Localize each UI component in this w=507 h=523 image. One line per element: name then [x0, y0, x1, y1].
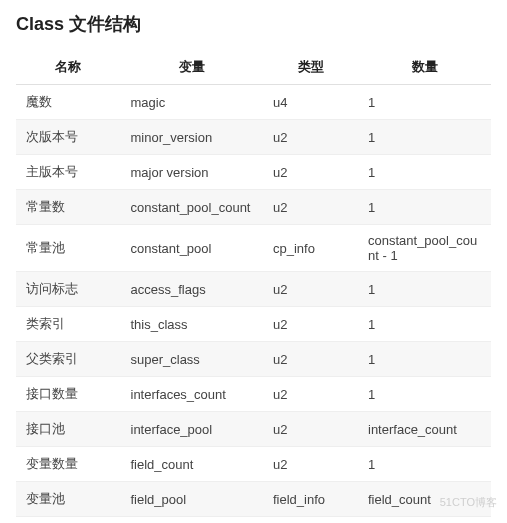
cell-type: u2 — [263, 447, 358, 482]
table-row: 变量数量field_countu21 — [16, 447, 491, 482]
cell-type: u2 — [263, 120, 358, 155]
cell-count: 1 — [358, 190, 491, 225]
cell-name: 变量池 — [16, 482, 121, 517]
cell-name: 次版本号 — [16, 120, 121, 155]
table-row: 方法数量method_countu21 — [16, 517, 491, 524]
cell-name: 魔数 — [16, 85, 121, 120]
table-row: 主版本号major versionu21 — [16, 155, 491, 190]
table-row: 接口数量interfaces_countu21 — [16, 377, 491, 412]
cell-count: 1 — [358, 517, 491, 524]
cell-variable: interface_pool — [121, 412, 264, 447]
page-title: Class 文件结构 — [16, 12, 491, 36]
cell-type: u2 — [263, 342, 358, 377]
cell-type: u2 — [263, 190, 358, 225]
cell-variable: super_class — [121, 342, 264, 377]
cell-variable: field_pool — [121, 482, 264, 517]
cell-variable: access_flags — [121, 272, 264, 307]
cell-name: 接口池 — [16, 412, 121, 447]
cell-count: 1 — [358, 342, 491, 377]
cell-type: u4 — [263, 85, 358, 120]
cell-variable: constant_pool_count — [121, 190, 264, 225]
cell-count: constant_pool_count - 1 — [358, 225, 491, 272]
cell-variable: method_count — [121, 517, 264, 524]
table-row: 常量数constant_pool_countu21 — [16, 190, 491, 225]
cell-name: 变量数量 — [16, 447, 121, 482]
table-header-row: 名称 变量 类型 数量 — [16, 50, 491, 85]
cell-count: 1 — [358, 307, 491, 342]
class-file-structure-table: 名称 变量 类型 数量 魔数magicu41次版本号minor_versionu… — [16, 50, 491, 523]
col-header-variable: 变量 — [121, 50, 264, 85]
cell-variable: major version — [121, 155, 264, 190]
cell-count: field_count — [358, 482, 491, 517]
cell-count: interface_count — [358, 412, 491, 447]
cell-name: 主版本号 — [16, 155, 121, 190]
cell-variable: constant_pool — [121, 225, 264, 272]
table-row: 父类索引super_classu21 — [16, 342, 491, 377]
cell-name: 访问标志 — [16, 272, 121, 307]
cell-type: field_info — [263, 482, 358, 517]
cell-count: 1 — [358, 377, 491, 412]
cell-name: 接口数量 — [16, 377, 121, 412]
cell-type: u2 — [263, 377, 358, 412]
cell-type: cp_info — [263, 225, 358, 272]
cell-variable: magic — [121, 85, 264, 120]
table-row: 魔数magicu41 — [16, 85, 491, 120]
cell-name: 常量数 — [16, 190, 121, 225]
cell-count: 1 — [358, 85, 491, 120]
cell-name: 父类索引 — [16, 342, 121, 377]
cell-type: u2 — [263, 412, 358, 447]
cell-name: 类索引 — [16, 307, 121, 342]
cell-variable: minor_version — [121, 120, 264, 155]
col-header-type: 类型 — [263, 50, 358, 85]
cell-name: 方法数量 — [16, 517, 121, 524]
col-header-count: 数量 — [358, 50, 491, 85]
table-row: 次版本号minor_versionu21 — [16, 120, 491, 155]
cell-count: 1 — [358, 120, 491, 155]
cell-count: 1 — [358, 155, 491, 190]
col-header-name: 名称 — [16, 50, 121, 85]
cell-variable: field_count — [121, 447, 264, 482]
cell-type: u2 — [263, 272, 358, 307]
cell-variable: this_class — [121, 307, 264, 342]
cell-count: 1 — [358, 272, 491, 307]
cell-count: 1 — [358, 447, 491, 482]
table-row: 访问标志access_flagsu21 — [16, 272, 491, 307]
cell-variable: interfaces_count — [121, 377, 264, 412]
table-row: 变量池field_poolfield_infofield_count — [16, 482, 491, 517]
table-row: 接口池interface_poolu2interface_count — [16, 412, 491, 447]
table-row: 常量池constant_poolcp_infoconstant_pool_cou… — [16, 225, 491, 272]
table-row: 类索引this_classu21 — [16, 307, 491, 342]
cell-type: u2 — [263, 517, 358, 524]
cell-name: 常量池 — [16, 225, 121, 272]
cell-type: u2 — [263, 155, 358, 190]
cell-type: u2 — [263, 307, 358, 342]
